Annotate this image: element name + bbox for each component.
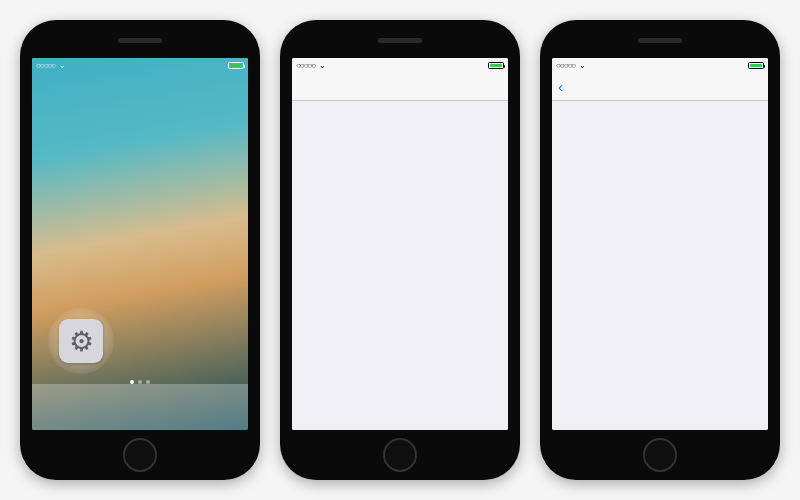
wifi-icon: ⌄ xyxy=(59,61,66,70)
settings-list[interactable] xyxy=(292,101,508,430)
settings-app-icon[interactable]: ⚙︎ xyxy=(59,319,103,363)
phone-settings-screen: ○○○○○⌄ ‹ xyxy=(552,58,768,430)
wifi-icon: ⌄ xyxy=(319,61,326,70)
phone-settings-list[interactable] xyxy=(552,101,768,430)
iphone-frame-3: ○○○○○⌄ ‹ xyxy=(540,20,780,480)
home-screen: ○○○○○⌄ ⚙︎ xyxy=(32,58,248,430)
battery-icon xyxy=(228,62,244,69)
status-bar: ○○○○○⌄ xyxy=(552,58,768,73)
status-bar: ○○○○○⌄ xyxy=(32,58,248,73)
iphone-frame-1: ○○○○○⌄ ⚙︎ xyxy=(20,20,260,480)
dock xyxy=(32,384,248,430)
settings-highlight-halo: ⚙︎ xyxy=(48,308,114,374)
settings-screen: ○○○○○⌄ xyxy=(292,58,508,430)
earpiece xyxy=(118,38,162,43)
back-button[interactable]: ‹ xyxy=(558,79,564,95)
battery-icon xyxy=(748,62,764,69)
chevron-left-icon: ‹ xyxy=(558,78,563,95)
home-button[interactable] xyxy=(643,438,677,472)
signal-dots: ○○○○○ xyxy=(36,61,55,70)
iphone-frame-2: ○○○○○⌄ xyxy=(280,20,520,480)
signal-dots: ○○○○○ xyxy=(296,61,315,70)
signal-dots: ○○○○○ xyxy=(556,61,575,70)
wallpaper xyxy=(32,58,248,430)
earpiece xyxy=(638,38,682,43)
battery-icon xyxy=(488,62,504,69)
nav-bar: ‹ xyxy=(552,73,768,101)
home-grid xyxy=(32,73,248,83)
status-bar: ○○○○○⌄ xyxy=(292,58,508,73)
home-button[interactable] xyxy=(383,438,417,472)
earpiece xyxy=(378,38,422,43)
nav-bar xyxy=(292,73,508,101)
wifi-icon: ⌄ xyxy=(579,61,586,70)
home-button[interactable] xyxy=(123,438,157,472)
